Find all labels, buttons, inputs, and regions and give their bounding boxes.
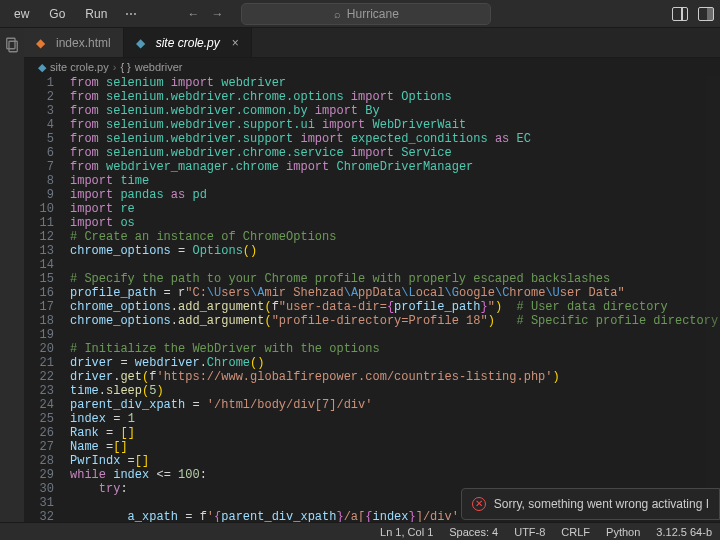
line-number: 8 [24,174,54,188]
line-number: 1 [24,76,54,90]
code-line[interactable]: time.sleep(5) [70,384,720,398]
code-line[interactable]: from selenium.webdriver.support.ui impor… [70,118,720,132]
code-line[interactable]: from selenium import webdriver [70,76,720,90]
line-number: 30 [24,482,54,496]
line-number: 4 [24,118,54,132]
line-number: 7 [24,160,54,174]
command-center[interactable]: ⌕ Hurricane [241,3,491,25]
line-number: 26 [24,426,54,440]
status-cursor-pos[interactable]: Ln 1, Col 1 [372,526,441,538]
chevron-right-icon: › [113,61,117,73]
menu-item-go[interactable]: Go [41,3,73,25]
error-icon: ✕ [472,497,486,511]
status-indent[interactable]: Spaces: 4 [441,526,506,538]
line-number: 12 [24,230,54,244]
status-language[interactable]: Python [598,526,648,538]
title-right-icons [672,7,714,21]
breadcrumb-symbol[interactable]: webdriver [135,61,183,73]
editor-tabs: ◆ index.html ◆ site crole.py × [24,28,720,58]
tab-site-crole-py[interactable]: ◆ site crole.py × [124,28,252,57]
line-number: 15 [24,272,54,286]
line-number: 18 [24,314,54,328]
status-encoding[interactable]: UTF-8 [506,526,553,538]
line-number: 3 [24,104,54,118]
line-number: 9 [24,188,54,202]
status-eol[interactable]: CRLF [553,526,598,538]
code-line[interactable]: from selenium.webdriver.chrome.options i… [70,90,720,104]
svg-rect-1 [9,41,17,52]
line-number: 31 [24,496,54,510]
breadcrumb-file[interactable]: site crole.py [50,61,109,73]
line-number: 20 [24,342,54,356]
code-content[interactable]: from selenium import webdriverfrom selen… [70,76,720,522]
code-line[interactable]: from webdriver_manager.chrome import Chr… [70,160,720,174]
code-line[interactable]: while index <= 100: [70,468,720,482]
line-number: 2 [24,90,54,104]
code-line[interactable]: chrome_options = Options() [70,244,720,258]
explorer-icon[interactable] [3,36,21,54]
code-line[interactable]: parent_div_xpath = '/html/body/div[7]/di… [70,398,720,412]
minimap[interactable] [706,76,720,522]
tab-index-html[interactable]: ◆ index.html [24,28,124,57]
code-line[interactable]: profile_path = r"C:\Users\Amir Shehzad\A… [70,286,720,300]
code-line[interactable]: chrome_options.add_argument(f"user-data-… [70,300,720,314]
line-number: 16 [24,286,54,300]
line-number: 28 [24,454,54,468]
code-line[interactable]: import time [70,174,720,188]
nav-forward-icon[interactable]: → [211,7,223,21]
line-number: 14 [24,258,54,272]
line-number: 22 [24,370,54,384]
code-line[interactable]: # Specify the path to your Chrome profil… [70,272,720,286]
code-line[interactable]: driver = webdriver.Chrome() [70,356,720,370]
code-line[interactable]: import pandas as pd [70,188,720,202]
search-placeholder: Hurricane [347,7,399,21]
breadcrumb[interactable]: ◆ site crole.py › { } webdriver [24,58,720,76]
line-number: 32 [24,510,54,522]
code-line[interactable]: import re [70,202,720,216]
nav-back-icon[interactable]: ← [187,7,199,21]
status-bar: Ln 1, Col 1 Spaces: 4 UTF-8 CRLF Python … [0,522,720,540]
line-number: 5 [24,132,54,146]
braces-icon: { } [120,61,130,73]
line-number: 10 [24,202,54,216]
code-editor[interactable]: 1234567891011121314151617181920212223242… [24,76,720,522]
code-line[interactable]: # Create an instance of ChromeOptions [70,230,720,244]
code-line[interactable]: Name =[] [70,440,720,454]
html5-icon: ◆ [36,36,50,50]
code-line[interactable]: from selenium.webdriver.common.by import… [70,104,720,118]
code-line[interactable]: from selenium.webdriver.chrome.service i… [70,146,720,160]
code-line[interactable]: from selenium.webdriver.support import e… [70,132,720,146]
panel-toggle-icon[interactable] [698,7,714,21]
line-number: 23 [24,384,54,398]
code-line[interactable]: import os [70,216,720,230]
tab-label: index.html [56,36,111,50]
code-line[interactable]: chrome_options.add_argument("profile-dir… [70,314,720,328]
code-line[interactable]: # Initialize the WebDriver with the opti… [70,342,720,356]
line-number: 27 [24,440,54,454]
line-number: 24 [24,398,54,412]
line-number: 13 [24,244,54,258]
code-line[interactable]: Rank = [] [70,426,720,440]
python-icon: ◆ [38,61,46,74]
line-number-gutter: 1234567891011121314151617181920212223242… [24,76,64,522]
tab-label: site crole.py [156,36,220,50]
line-number: 25 [24,412,54,426]
menu-bar: ew Go Run ⋯ ← → ⌕ Hurricane [0,0,720,28]
code-line[interactable]: PwrIndx =[] [70,454,720,468]
layout-toggle-icon[interactable] [672,7,688,21]
close-icon[interactable]: × [232,36,239,50]
menu-item-run[interactable]: Run [77,3,115,25]
activity-bar [0,28,24,522]
code-line[interactable] [70,258,720,272]
menu-overflow-icon[interactable]: ⋯ [119,3,143,25]
line-number: 11 [24,216,54,230]
menu-item-view[interactable]: ew [6,3,37,25]
search-icon: ⌕ [334,8,341,20]
line-number: 19 [24,328,54,342]
code-line[interactable]: index = 1 [70,412,720,426]
error-toast[interactable]: ✕ Sorry, something went wrong activating… [461,488,720,520]
code-line[interactable] [70,328,720,342]
python-icon: ◆ [136,36,150,50]
status-interpreter[interactable]: 3.12.5 64-b [648,526,720,538]
code-line[interactable]: driver.get(f'https://www.globalfirepower… [70,370,720,384]
